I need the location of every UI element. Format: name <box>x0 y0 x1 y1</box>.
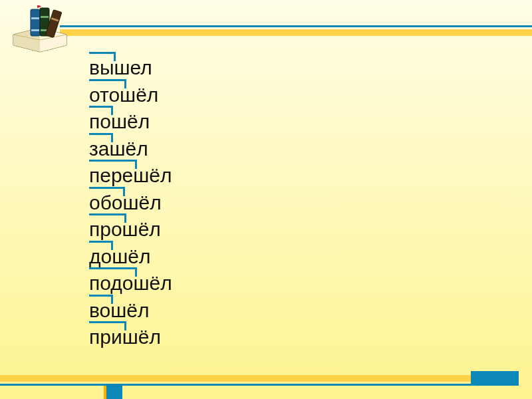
word-item: вошёл <box>89 297 172 325</box>
word-item: подошёл <box>89 270 172 297</box>
word-text: перешёл <box>89 164 172 186</box>
bottom-border-blue <box>0 384 519 386</box>
svg-rect-0 <box>31 9 40 36</box>
top-border-yellow <box>60 29 532 36</box>
svg-rect-2 <box>31 29 39 31</box>
page-tab-icon <box>106 386 122 399</box>
word-list: вышел отошёл пошёл зашёл перешёл обошёл … <box>89 55 172 351</box>
word-text: вошёл <box>89 299 150 321</box>
word-item: зашёл <box>89 136 172 163</box>
top-border-blue <box>60 25 532 27</box>
word-item: перешёл <box>89 162 172 190</box>
word-text: подошёл <box>89 272 172 294</box>
bottom-border <box>0 375 519 386</box>
word-item: вышел <box>89 55 172 82</box>
top-border <box>20 25 532 36</box>
bottom-right-accent <box>471 371 519 386</box>
word-text: прошёл <box>89 218 161 240</box>
word-text: пришёл <box>89 326 161 348</box>
word-item: отошёл <box>89 82 172 109</box>
svg-rect-4 <box>41 16 49 18</box>
svg-rect-1 <box>31 17 39 19</box>
word-item: прошёл <box>89 216 172 243</box>
word-text: зашёл <box>89 138 148 160</box>
slide: вышел отошёл пошёл зашёл перешёл обошёл … <box>0 0 532 399</box>
word-item: пришёл <box>89 324 172 351</box>
word-item: пошёл <box>89 108 172 136</box>
word-item: дошёл <box>89 243 172 271</box>
word-text: вышел <box>89 57 152 78</box>
word-text: отошёл <box>89 84 158 106</box>
bottom-border-yellow <box>0 375 519 382</box>
word-text: обошёл <box>89 192 162 213</box>
word-text: пошёл <box>89 110 150 132</box>
word-item: обошёл <box>89 190 172 217</box>
books-icon <box>11 5 70 57</box>
word-text: дошёл <box>89 245 150 267</box>
